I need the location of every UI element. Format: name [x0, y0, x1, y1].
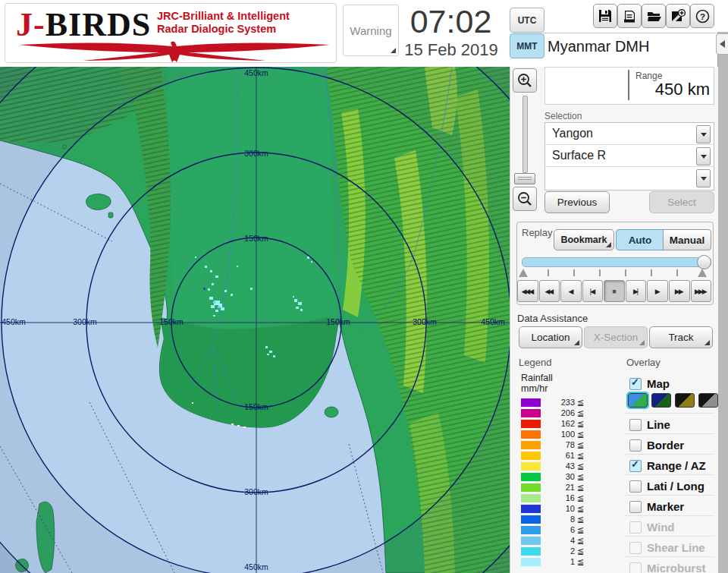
play-button[interactable]: ▶ [647, 280, 668, 302]
overlay-item-marker[interactable]: Marker [626, 496, 714, 517]
rewind-button[interactable]: ◀◀ [539, 280, 560, 302]
divider [625, 556, 714, 557]
svg-text:450km: 450km [244, 68, 268, 77]
selection-row-extra[interactable] [545, 167, 714, 188]
range-az-checkbox[interactable] [629, 460, 642, 472]
radar-map[interactable]: 450km 300km 150km 150km 300km 450km 450k… [0, 67, 510, 573]
zoom-slider-thumb[interactable] [514, 173, 535, 184]
overlay-item-map[interactable]: Map [626, 373, 714, 394]
svg-text:300km: 300km [73, 317, 97, 326]
lte-symbol: ≦ [577, 557, 584, 567]
legend-value: 4 [531, 536, 575, 545]
step-forward-button[interactable]: ▶| [626, 280, 647, 302]
stop-button[interactable]: ■ [604, 280, 625, 302]
rewind-fast-button[interactable]: ◀◀◀ [517, 280, 538, 302]
collapse-left-icon [720, 40, 725, 48]
capture-add-button[interactable] [666, 4, 690, 28]
lte-symbol: ≦ [577, 493, 584, 503]
selection-row-product[interactable]: Surface R [545, 145, 714, 167]
lte-symbol: ≦ [577, 419, 584, 429]
overlay-item-label: Border [647, 439, 684, 452]
corner-triangle-icon [574, 340, 579, 345]
lte-symbol: ≦ [577, 525, 584, 535]
track-button[interactable]: Track [649, 326, 713, 348]
play-reverse-button[interactable]: ◀ [560, 280, 582, 302]
legend-value: 8 [531, 515, 575, 524]
help-button[interactable]: ? [690, 4, 714, 28]
divider [625, 413, 714, 414]
replay-slider-track[interactable] [522, 257, 711, 267]
jbirds-radar-app: J-BIRDS JRC-Brilliant & Intelligent Rada… [0, 0, 728, 573]
border-checkbox[interactable] [629, 439, 642, 452]
range-value: 450 km [622, 80, 710, 99]
replay-slider-thumb[interactable] [697, 255, 711, 269]
map-style-swatch-1[interactable] [628, 393, 648, 408]
map-checkbox[interactable] [629, 378, 642, 390]
product-dropdown-button[interactable] [696, 147, 711, 165]
lte-symbol: ≦ [577, 515, 584, 524]
svg-text:150km: 150km [244, 234, 268, 243]
eagle-icon [14, 40, 333, 63]
marker-checkbox[interactable] [629, 501, 642, 513]
slider-tick [625, 269, 626, 276]
overlay-item-lati-long[interactable]: Lati / Long [626, 476, 714, 496]
overlay-item-label: Range / AZ [647, 459, 706, 472]
selection-row-site[interactable]: Yangon [545, 123, 714, 145]
svg-text:150km: 150km [326, 317, 350, 326]
overlay-item-range-az[interactable]: Range / AZ [626, 455, 714, 476]
location-button[interactable]: Location [519, 326, 582, 348]
legend-value: 206 [531, 408, 575, 417]
corner-triangle-icon [704, 340, 710, 345]
legend-value: 1 [531, 557, 575, 566]
clock-time: 07:02 [400, 3, 502, 40]
warning-label: Warning [350, 24, 391, 37]
overlay-item-line[interactable]: Line [626, 414, 714, 435]
legend-value: 21 [531, 483, 575, 492]
map-style-swatch-3[interactable] [675, 393, 695, 408]
site-dropdown-button[interactable] [696, 125, 711, 143]
legend-value: 100 [531, 430, 575, 439]
step-back-button[interactable]: |◀ [582, 280, 604, 302]
map-style-swatch-2[interactable] [651, 393, 671, 408]
overlay-item-label: Marker [647, 500, 684, 513]
previous-button[interactable]: Previous [544, 191, 610, 213]
extra-dropdown-button[interactable] [696, 169, 711, 187]
svg-text:450km: 450km [481, 317, 505, 326]
overlay-item-microburst: Microburst [626, 558, 714, 573]
legend-value: 61 [531, 451, 575, 460]
selection-group: Yangon Surface R [544, 122, 714, 190]
location-label: Location [531, 332, 570, 343]
wind-checkbox [629, 521, 642, 534]
zoom-slider-track[interactable] [522, 96, 528, 173]
slider-tick [676, 269, 678, 276]
print-button[interactable] [617, 4, 642, 28]
chevron-down-icon [701, 177, 707, 181]
zoom-in-button[interactable] [513, 68, 537, 93]
map-style-swatch-4[interactable] [698, 393, 718, 408]
mmt-button[interactable]: MMT [510, 33, 544, 58]
overlay-item-border[interactable]: Border [626, 435, 714, 455]
bookmark-button[interactable]: Bookmark [554, 229, 614, 250]
lati-long-checkbox[interactable] [629, 480, 642, 493]
warning-button[interactable]: Warning [343, 5, 399, 56]
lte-symbol: ≦ [577, 472, 584, 482]
panel-collapse-strip[interactable] [717, 32, 728, 573]
save-button[interactable] [593, 4, 617, 28]
legend-value: 10 [531, 504, 575, 513]
lte-symbol: ≦ [577, 536, 584, 546]
open-folder-button[interactable] [642, 4, 666, 28]
utc-button[interactable]: UTC [510, 8, 544, 33]
manual-button[interactable]: Manual [663, 229, 711, 250]
lte-symbol: ≦ [577, 483, 584, 493]
legend-value: 233 [531, 398, 575, 407]
auto-button[interactable]: Auto [616, 229, 664, 250]
svg-text:300km: 300km [244, 487, 268, 496]
panel-collapse-handle[interactable] [716, 33, 728, 55]
forward-button[interactable]: ▶▶ [669, 280, 690, 302]
lte-symbol: ≦ [577, 440, 584, 450]
line-checkbox[interactable] [629, 419, 642, 431]
zoom-in-icon [516, 72, 533, 89]
forward-fast-button[interactable]: ▶▶▶ [691, 280, 712, 302]
legend-value: 6 [531, 525, 575, 534]
zoom-out-button[interactable] [513, 187, 537, 211]
